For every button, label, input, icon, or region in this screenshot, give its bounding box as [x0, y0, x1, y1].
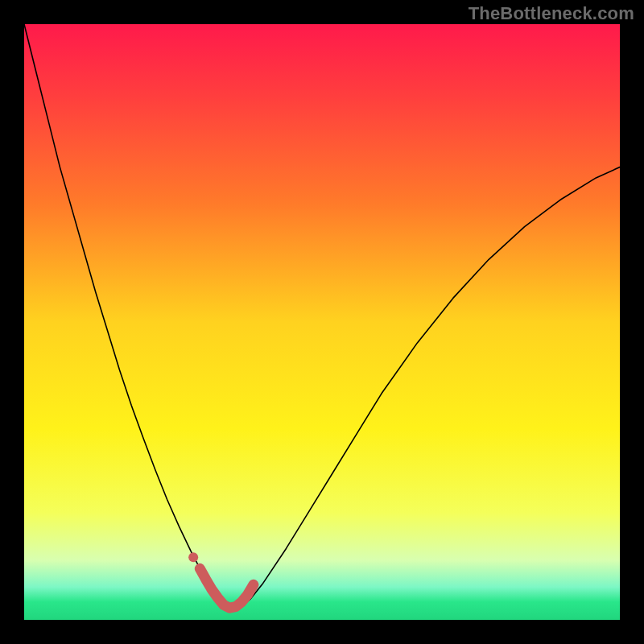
valley-dot	[188, 552, 198, 562]
plot-area	[24, 24, 620, 620]
chart-frame: TheBottleneck.com	[0, 0, 644, 644]
marker-layer	[188, 552, 198, 562]
bottleneck-chart	[24, 24, 620, 620]
gradient-background	[24, 24, 620, 620]
watermark-text: TheBottleneck.com	[469, 3, 634, 24]
